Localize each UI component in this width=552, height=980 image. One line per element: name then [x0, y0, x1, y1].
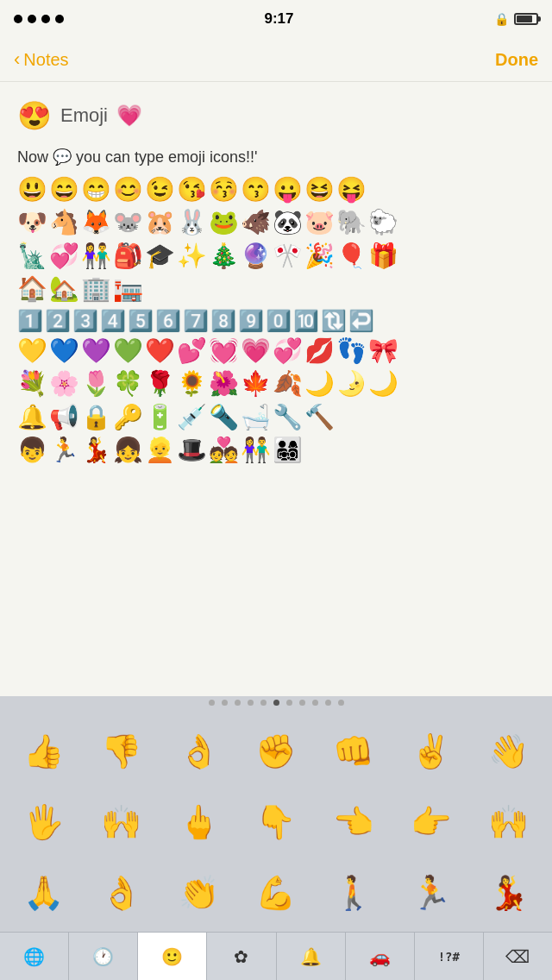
- emoji-row-tools: 🔔📢🔒🔑🔋💉🔦🛁🔧🔨: [17, 402, 535, 433]
- emoji-row-1: 😃😄😁😊😉😘😚😙😛😆😝: [17, 174, 535, 205]
- page-dot-4[interactable]: [260, 700, 267, 706]
- nav-divider: [0, 81, 552, 82]
- body-line-1: Now 💬 you can type emoji icons!!': [17, 146, 535, 169]
- page-dot-1[interactable]: [222, 700, 228, 706]
- emoji-pointdown[interactable]: 👇: [240, 790, 312, 854]
- toolbar-emoji-button[interactable]: 🙂: [138, 933, 207, 980]
- status-bar: 9:17 🔒: [0, 0, 552, 38]
- signal-dot-3: [41, 15, 50, 23]
- signal-dot-4: [55, 15, 64, 23]
- emoji-row-3: 🗽💞👫🎒🎓✨🎄🔮🎌🎉🎈🎁: [17, 241, 535, 272]
- note-title-text: Emoji: [60, 104, 108, 127]
- page-dot-3[interactable]: [248, 700, 254, 706]
- flower-icon: ✿: [234, 946, 248, 967]
- emoji-walk[interactable]: 🚶: [317, 861, 390, 925]
- page-dot-8[interactable]: [312, 700, 318, 706]
- emoji-wave[interactable]: 👋: [472, 719, 544, 783]
- emoji-run[interactable]: 🏃: [394, 861, 467, 925]
- emoji-pray[interactable]: 🙏: [8, 861, 80, 925]
- emoji-row-2: 🐶🐴🦊🐭🐹🐰🐸🐗🐼🐷🐘🐑: [17, 207, 535, 238]
- emoji-face-icon: 🙂: [161, 946, 183, 967]
- toolbar-bell-button[interactable]: 🔔: [277, 933, 346, 980]
- signal-dot-1: [14, 15, 22, 23]
- car-icon: 🚗: [369, 946, 391, 967]
- page-dot-5[interactable]: [273, 700, 279, 706]
- emoji-punch[interactable]: 👊: [317, 719, 390, 783]
- delete-icon: ⌫: [505, 946, 530, 967]
- emoji-clapping[interactable]: 👏: [162, 861, 235, 925]
- emoji-hand[interactable]: 🖐: [8, 790, 80, 854]
- toolbar-symbols-button[interactable]: !?#: [415, 933, 484, 980]
- bell-icon: 🔔: [300, 946, 322, 967]
- emoji-clap[interactable]: 🙌: [85, 790, 158, 854]
- emoji-row-flowers: 💐🌸🌷🍀🌹🌻🌺🍁🍂🌙🌛🌙: [17, 368, 535, 399]
- toolbar-car-button[interactable]: 🚗: [346, 933, 415, 980]
- toolbar-globe-button[interactable]: 🌐: [0, 933, 69, 980]
- emoji-dance[interactable]: 💃: [472, 861, 544, 925]
- keyboard-toolbar: 🌐 🕐 🙂 ✿ 🔔 🚗 !?# ⌫: [0, 932, 552, 980]
- toolbar-delete-button[interactable]: ⌫: [484, 933, 552, 980]
- emoji-pointright[interactable]: 👉: [394, 790, 467, 854]
- battery-fill: [517, 16, 532, 22]
- emoji-raised-hands[interactable]: 🙌: [472, 790, 544, 854]
- chevron-left-icon: ‹: [14, 48, 20, 71]
- page-dot-7[interactable]: [299, 700, 305, 706]
- emoji-row-numbers: 1️⃣2️⃣3️⃣4️⃣5️⃣6️⃣7️⃣8️⃣9️⃣0️⃣🔟🔃↩️: [17, 307, 535, 334]
- emoji-thumbsdown[interactable]: 👎: [85, 719, 158, 783]
- page-dot-2[interactable]: [235, 700, 241, 706]
- globe-icon: 🌐: [23, 946, 45, 967]
- emoji-row-people: 👦🏃💃👧👱🎩💑👫👨‍👩‍👧‍👦: [17, 435, 535, 466]
- toolbar-flower-button[interactable]: ✿: [207, 933, 276, 980]
- emoji-ok[interactable]: 👌: [162, 719, 235, 783]
- page-dots: [0, 696, 552, 709]
- toolbar-clock-button[interactable]: 🕐: [69, 933, 138, 980]
- page-dot-6[interactable]: [286, 700, 292, 706]
- emoji-ok2[interactable]: 👌: [85, 861, 158, 925]
- back-button[interactable]: ‹ Notes: [14, 48, 69, 71]
- nav-bar: ‹ Notes Done: [0, 38, 552, 81]
- note-content: 😍 Emoji 💗 Now 💬 you can type emoji icons…: [0, 89, 552, 478]
- note-title-heart: 💗: [116, 104, 142, 128]
- emoji-thumbsup[interactable]: 👍: [8, 719, 80, 783]
- emoji-pointleft[interactable]: 👈: [317, 790, 390, 854]
- emoji-victory[interactable]: ✌️: [394, 719, 467, 783]
- emoji-muscle[interactable]: 💪: [240, 861, 312, 925]
- emoji-row-4: 🏠🏡🏢🏣: [17, 273, 535, 305]
- page-dot-9[interactable]: [325, 700, 331, 706]
- note-body[interactable]: Now 💬 you can type emoji icons!!' 😃😄😁😊😉😘…: [17, 146, 535, 466]
- battery-icon: [514, 13, 538, 25]
- page-dot-0[interactable]: [209, 700, 215, 706]
- note-title-emoji: 😍: [17, 99, 52, 132]
- page-dot-10[interactable]: [338, 700, 344, 706]
- emoji-fist[interactable]: ✊: [240, 719, 312, 783]
- lock-icon: 🔒: [494, 12, 509, 26]
- status-time: 9:17: [264, 10, 293, 28]
- emoji-middle[interactable]: 🖕: [162, 790, 235, 854]
- emoji-scroll-area: 👍 👎 👌 ✊ 👊 ✌️ 👋 🖐 🙌 🖕 👇 👈 👉 🙌 🙏 👌 👏 💪 🚶: [0, 709, 552, 932]
- status-right: 🔒: [494, 12, 538, 26]
- clock-icon: 🕐: [92, 946, 114, 967]
- emoji-row-hearts: 💛💙💜💚❤️💕💓💗💞💋👣🎀: [17, 336, 535, 367]
- done-button[interactable]: Done: [495, 50, 538, 70]
- note-title-row: 😍 Emoji 💗: [17, 99, 535, 132]
- symbols-icon: !?#: [438, 950, 460, 964]
- emoji-keyboard: 👍 👎 👌 ✊ 👊 ✌️ 👋 🖐 🙌 🖕 👇 👈 👉 🙌 🙏 👌 👏 💪 🚶: [0, 696, 552, 980]
- signal-dots: [14, 15, 64, 23]
- signal-dot-2: [28, 15, 36, 23]
- back-label: Notes: [23, 50, 68, 70]
